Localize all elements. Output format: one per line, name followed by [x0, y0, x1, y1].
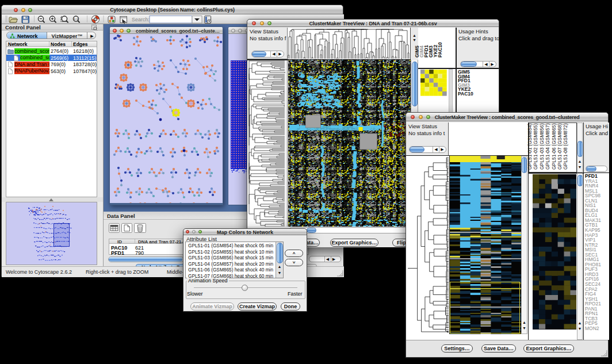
svg-text:1:1: 1:1: [74, 17, 78, 21]
